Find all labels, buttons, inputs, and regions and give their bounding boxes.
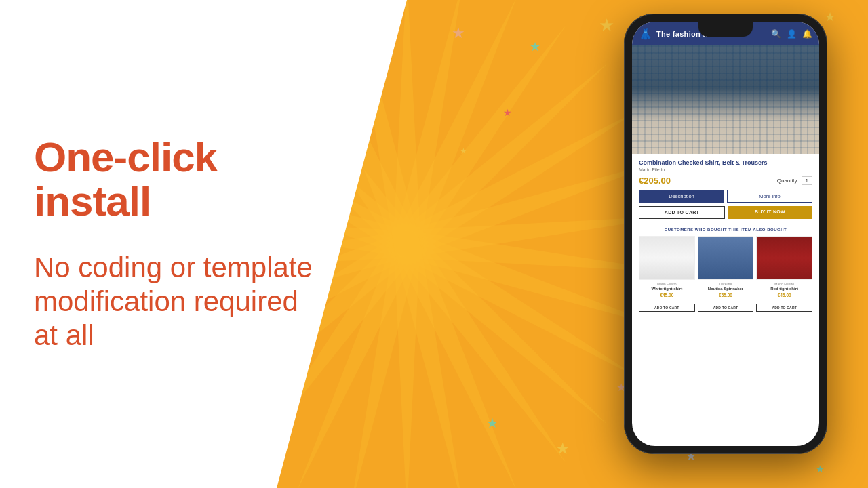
red-shirt-image [757, 237, 812, 279]
product-image [632, 45, 819, 154]
quantity-row: Quantity 1 [777, 176, 812, 185]
product-shirt-image [632, 45, 819, 154]
quantity-value: 1 [802, 176, 812, 185]
user-icon[interactable]: 👤 [787, 29, 797, 39]
quantity-label: Quantity [777, 178, 797, 184]
also-bought-title: CUSTOMERS WHO BOUGHT THIS ITEM ALSO BOUG… [639, 228, 812, 232]
also-item-3-brand: Mario Filletto [756, 282, 812, 286]
also-bought-section: CUSTOMERS WHO BOUGHT THIS ITEM ALSO BOUG… [632, 228, 819, 317]
cart-buttons: ADD TO CART BUY IT NOW [639, 206, 812, 219]
left-content: One-click install No coding or template … [0, 0, 380, 488]
also-item-3-price: €45.00 [756, 293, 812, 298]
subtext: No coding or template modification requi… [34, 251, 326, 353]
tab-buttons: Description More info [639, 190, 812, 203]
also-item-3-name: Red tight shirt [756, 287, 812, 291]
bell-icon[interactable]: 🔔 [802, 29, 812, 39]
also-item-2: Derelitte Nautica Spinnaker €65.00 ADD T… [698, 236, 754, 312]
phone-mockup: 👗 The fashion house 🔍 👤 🔔 Combination Ch… [624, 14, 827, 454]
also-item-3-image [756, 236, 812, 280]
product-name: Combination Checked Shirt, Belt & Trouse… [639, 159, 812, 167]
also-item-2-name: Nautica Spinnaker [698, 287, 754, 291]
also-item-2-image [698, 236, 754, 280]
also-item-3: Mario Filletto Red tight shirt €45.00 AD… [756, 236, 812, 312]
product-brand: Mario Filetto [639, 167, 812, 172]
product-price-row: €205.00 Quantity 1 [639, 176, 812, 186]
add-to-cart-button[interactable]: ADD TO CART [639, 206, 725, 219]
phone-screen: 👗 The fashion house 🔍 👤 🔔 Combination Ch… [632, 22, 819, 446]
headline: One-click install [34, 135, 326, 223]
also-item-2-brand: Derelitte [698, 282, 754, 286]
product-details: Combination Checked Shirt, Belt & Trouse… [632, 154, 819, 228]
also-bought-items: Mario Filletto White tight shirt €45.00 … [639, 236, 812, 312]
description-tab[interactable]: Description [639, 190, 724, 203]
also-item-1-name: White tight shirt [639, 287, 695, 291]
also-item-2-price: €65.00 [698, 293, 754, 298]
jeans-image [698, 237, 753, 279]
product-price: €205.00 [639, 176, 671, 186]
app-logo-icon: 👗 [639, 27, 652, 40]
also-item-1-cart-button[interactable]: ADD TO CART [639, 304, 695, 312]
also-item-1-price: €45.00 [639, 293, 695, 298]
phone-outer: 👗 The fashion house 🔍 👤 🔔 Combination Ch… [624, 14, 827, 454]
also-item-1-brand: Mario Filletto [639, 282, 695, 286]
also-item-1: Mario Filletto White tight shirt €45.00 … [639, 236, 695, 312]
also-item-3-cart-button[interactable]: ADD TO CART [756, 304, 812, 312]
buy-now-button[interactable]: BUY IT NOW [728, 206, 812, 219]
also-item-1-image [639, 236, 695, 280]
white-shirt-image [639, 237, 694, 279]
phone-notch [698, 22, 753, 37]
also-item-2-cart-button[interactable]: ADD TO CART [698, 304, 754, 312]
search-icon[interactable]: 🔍 [771, 29, 781, 39]
app-header-icons: 🔍 👤 🔔 [771, 29, 812, 39]
more-info-tab[interactable]: More info [727, 190, 812, 203]
